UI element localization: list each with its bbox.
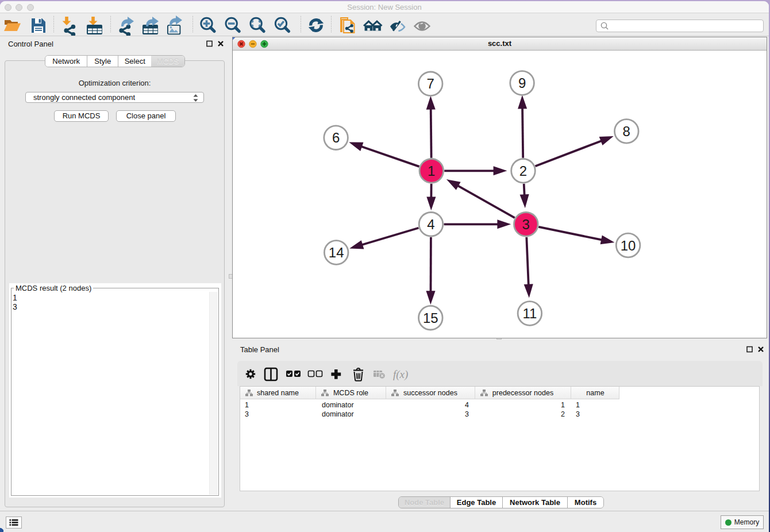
svg-text:f(x): f(x): [393, 368, 408, 381]
svg-text:11: 11: [522, 306, 537, 321]
svg-text:7: 7: [427, 76, 434, 91]
svg-text:14: 14: [329, 245, 344, 260]
svg-text:6: 6: [332, 130, 340, 145]
svg-text:4: 4: [427, 217, 434, 232]
svg-text:3: 3: [522, 217, 530, 232]
svg-text:10: 10: [621, 238, 636, 253]
svg-text:9: 9: [518, 75, 526, 91]
svg-text:2: 2: [519, 163, 527, 179]
svg-text:1: 1: [428, 163, 435, 179]
svg-text:8: 8: [623, 124, 630, 139]
svg-text:15: 15: [423, 310, 438, 326]
